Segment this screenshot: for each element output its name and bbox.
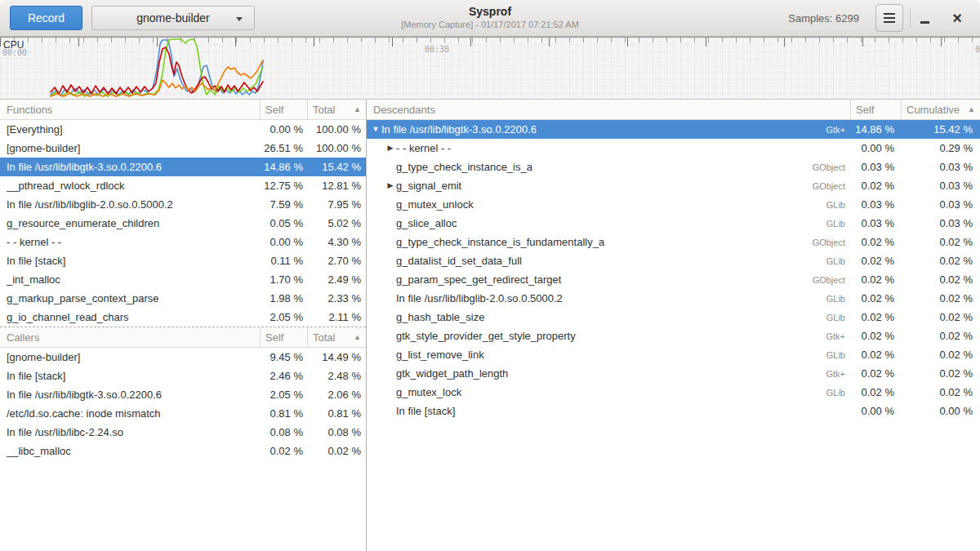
library-tag: GObject (813, 275, 851, 285)
function-name: g_mutex_unlock (396, 198, 474, 211)
titlebar: Record gnome-builder Sysprof [Memory Cap… (0, 0, 980, 37)
function-name: g_type_check_instance_is_a (396, 161, 532, 173)
table-row[interactable]: - - kernel - - 0.00 % 4.30 % (0, 233, 366, 251)
cumulative-value: 0.02 % (902, 330, 980, 342)
function-name: In file [stack] (0, 255, 261, 267)
table-row[interactable]: In file [stack] 2.46 % 2.48 % (0, 367, 366, 385)
self-value: 0.02 % (851, 273, 902, 286)
cumulative-value: 0.29 % (902, 142, 980, 154)
function-name: [Everything] (0, 123, 261, 136)
minimize-icon (920, 21, 929, 24)
library-tag: GLib (826, 200, 851, 210)
table-row[interactable]: ▶ g_signal_emit GObject 0.02 % 0.03 % (367, 176, 980, 195)
total-value: 2.70 % (308, 255, 366, 267)
column-header-total[interactable]: Total ▲ (308, 327, 366, 348)
table-row[interactable]: ▶ - - kernel - - 0.00 % 0.29 % (367, 139, 980, 158)
self-value: 0.02 % (851, 386, 902, 398)
library-tag: GLib (826, 219, 851, 229)
descendants-table: Descendants Self Cumulative ▲ ▼ In file … (367, 100, 980, 420)
function-name: In file [stack] (0, 370, 261, 382)
column-header-descendants[interactable]: Descendants (367, 100, 851, 120)
table-row[interactable]: g_markup_parse_context_parse 1.98 % 2.33… (0, 289, 366, 308)
table-row[interactable]: ▼ In file /usr/lib/libgtk-3.so.0.2200.6 … (367, 120, 980, 139)
process-selector-dropdown[interactable]: gnome-builder (91, 6, 255, 30)
cpu-series-cpu0 (51, 40, 263, 96)
library-tag: GLib (826, 350, 851, 360)
table-row[interactable]: gtk_style_provider_get_style_property Gt… (367, 327, 980, 345)
table-row[interactable]: In file /usr/lib/libgtk-3.so.0.2200.6 2.… (0, 385, 366, 404)
function-name: [gnome-builder] (0, 142, 261, 154)
table-row[interactable]: [Everything] 0.00 % 100.00 % (0, 120, 366, 139)
minimize-button[interactable] (913, 4, 936, 32)
function-name: In file /usr/lib/libc-2.24.so (0, 426, 261, 438)
descendants-header: Descendants Self Cumulative ▲ (367, 100, 980, 120)
sort-ascending-icon: ▲ (354, 333, 361, 341)
table-row[interactable]: g_slice_alloc GLib 0.03 % 0.03 % (367, 214, 980, 233)
column-header-callers[interactable]: Callers (0, 327, 261, 348)
library-tag: GLib (826, 256, 851, 266)
table-row[interactable]: In file /usr/lib/libc-2.24.so 0.08 % 0.0… (0, 423, 366, 442)
table-row[interactable]: g_type_check_instance_is_fundamentally_a… (367, 233, 980, 251)
column-header-self[interactable]: Self (851, 100, 902, 120)
function-name: gtk_widget_path_length (396, 367, 508, 380)
cumulative-value: 0.02 % (902, 255, 980, 267)
library-tag: GLib (826, 313, 851, 322)
table-row[interactable]: In file /usr/lib/libglib-2.0.so.0.5000.2… (0, 195, 366, 214)
function-name: In file /usr/lib/libgtk-3.so.0.2200.6 (381, 123, 537, 136)
table-row[interactable]: /etc/ld.so.cache: inode mismatch 0.81 % … (0, 404, 366, 423)
menu-button[interactable] (875, 4, 903, 32)
table-row[interactable]: gtk_widget_path_length Gtk+ 0.02 % 0.02 … (367, 364, 980, 383)
table-row[interactable]: _int_malloc 1.70 % 2.49 % (0, 270, 366, 289)
self-value: 14.86 % (851, 123, 902, 136)
table-row[interactable]: g_list_remove_link GLib 0.02 % 0.02 % (367, 345, 980, 364)
expander-icon[interactable]: ▶ (385, 176, 396, 195)
function-name: g_slice_alloc (396, 217, 457, 229)
table-row[interactable]: __libc_malloc 0.02 % 0.02 % (0, 442, 366, 460)
menu-icon (884, 13, 895, 15)
self-value: 0.02 % (851, 292, 902, 304)
table-row[interactable]: [gnome-builder] 9.45 % 14.49 % (0, 348, 366, 367)
function-name: In file /usr/lib/libgtk-3.so.0.2200.6 (0, 389, 261, 401)
table-row[interactable]: __pthread_rwlock_rdlock 12.75 % 12.81 % (0, 176, 366, 195)
self-value: 1.98 % (261, 292, 308, 304)
column-header-cumulative[interactable]: Cumulative ▲ (902, 100, 980, 120)
cpu-timeline-chart[interactable]: CPU 00:00 00:30 01:00 (0, 37, 980, 100)
self-value: 0.03 % (851, 217, 902, 229)
cumulative-value: 0.03 % (902, 161, 980, 173)
table-row[interactable]: g_io_channel_read_chars 2.05 % 2.11 % (0, 308, 366, 327)
column-header-functions[interactable]: Functions (0, 100, 261, 120)
chevron-down-icon (236, 17, 243, 21)
expander-icon[interactable]: ▶ (385, 139, 396, 158)
record-button[interactable]: Record (10, 6, 82, 30)
close-button[interactable]: × (946, 4, 969, 32)
table-row[interactable]: g_resource_enumerate_children 0.05 % 5.0… (0, 214, 366, 233)
self-value: 0.00 % (261, 123, 308, 136)
expander-icon[interactable]: ▼ (370, 120, 381, 139)
self-value: 0.02 % (851, 349, 902, 361)
table-row[interactable]: In file /usr/lib/libgtk-3.so.0.2200.6 14… (0, 158, 366, 176)
function-name: _int_malloc (0, 273, 261, 286)
cumulative-value: 0.03 % (902, 198, 980, 211)
table-row[interactable]: g_datalist_id_set_data_full GLib 0.02 % … (367, 251, 980, 270)
total-value: 0.08 % (308, 426, 366, 438)
column-header-self[interactable]: Self (261, 100, 308, 120)
table-row[interactable]: In file [stack] 0.00 % 0.00 % (367, 402, 980, 420)
library-tag: GObject (813, 162, 851, 172)
callers-header: Callers Self Total ▲ (0, 327, 366, 348)
self-value: 0.81 % (261, 407, 308, 420)
table-row[interactable]: In file [stack] 0.11 % 2.70 % (0, 251, 366, 270)
table-row[interactable]: g_hash_table_size GLib 0.02 % 0.02 % (367, 308, 980, 327)
self-value: 0.02 % (851, 311, 902, 323)
table-row[interactable]: g_param_spec_get_redirect_target GObject… (367, 270, 980, 289)
column-label: Cumulative (906, 104, 960, 116)
total-value: 2.48 % (308, 370, 366, 382)
column-header-total[interactable]: Total ▲ (308, 100, 366, 120)
column-label: Total (313, 104, 335, 116)
table-row[interactable]: In file /usr/lib/libglib-2.0.so.0.5000.2… (367, 289, 980, 308)
table-row[interactable]: g_type_check_instance_is_a GObject 0.03 … (367, 158, 980, 176)
table-row[interactable]: g_mutex_lock GLib 0.02 % 0.02 % (367, 383, 980, 402)
cumulative-value: 0.03 % (902, 180, 980, 192)
column-header-self[interactable]: Self (261, 327, 308, 348)
table-row[interactable]: g_mutex_unlock GLib 0.03 % 0.03 % (367, 195, 980, 214)
table-row[interactable]: [gnome-builder] 26.51 % 100.00 % (0, 139, 366, 158)
